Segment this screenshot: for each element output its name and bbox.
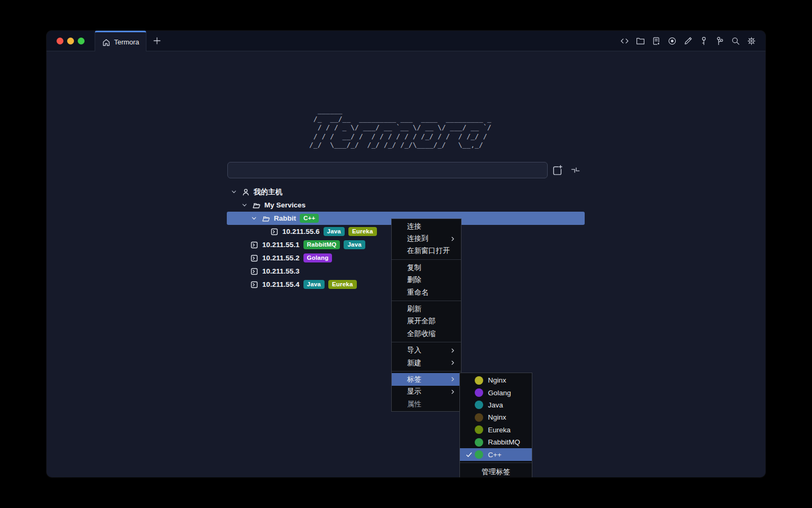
- menu-item-delete[interactable]: 删除: [392, 274, 461, 286]
- main-content: ______ /_ __/__ _________ ___ ____ _____…: [47, 51, 765, 477]
- menu-separator: [392, 371, 461, 371]
- menu-separator: [460, 462, 532, 463]
- menu-item-connect-to[interactable]: 连接到: [392, 232, 461, 244]
- event-log-button[interactable]: [651, 36, 661, 46]
- search-row: [47, 162, 765, 178]
- tag-item-eureka[interactable]: Eureka: [460, 424, 532, 436]
- tag-color-dot: [475, 388, 483, 397]
- tag-item-cpp[interactable]: C++: [460, 448, 532, 460]
- menu-separator: [392, 342, 461, 342]
- record-button[interactable]: [667, 36, 677, 46]
- chevron-right-icon: [449, 376, 456, 383]
- add-host-icon: [551, 164, 563, 176]
- record-icon: [667, 36, 677, 46]
- edit-icon: [683, 36, 693, 46]
- tree-label: 10.211.55.6: [282, 228, 320, 235]
- edit-button[interactable]: [683, 36, 693, 46]
- tag-item-rabbitmq[interactable]: RabbitMQ: [460, 436, 532, 448]
- tag-item-golang[interactable]: Golang: [460, 386, 532, 398]
- event-log-icon: [651, 36, 661, 46]
- menu-item-expand-all[interactable]: 展开全部: [392, 315, 461, 328]
- close-window-button[interactable]: [57, 38, 63, 44]
- tag-badge: Golang: [303, 253, 333, 263]
- chevron-down-icon[interactable]: [250, 214, 258, 222]
- tag-badge: C++: [300, 214, 319, 223]
- context-menu: 连接 连接到 在新窗口打开 复制 删除 重命名 刷新 展开全部 全部收缩 导入 …: [391, 219, 462, 412]
- toolbar: [620, 31, 765, 51]
- menu-item-collapse-all[interactable]: 全部收缩: [392, 328, 461, 340]
- chevron-down-icon[interactable]: [241, 201, 248, 209]
- folder-button[interactable]: [635, 36, 645, 46]
- tree-label: 10.211.55.2: [262, 254, 300, 262]
- menu-item-connect[interactable]: 连接: [392, 220, 461, 232]
- tag-color-dot: [475, 438, 483, 447]
- menu-separator: [392, 301, 461, 301]
- tag-color-dot: [475, 425, 483, 434]
- key-icon: [699, 36, 709, 46]
- menu-separator: [392, 259, 461, 260]
- tree-row-my-services[interactable]: My Services: [47, 198, 765, 212]
- menu-item-refresh[interactable]: 刷新: [392, 303, 461, 315]
- menu-item-tags[interactable]: 标签: [392, 373, 461, 385]
- minimize-window-button[interactable]: [67, 38, 74, 44]
- terminal-icon: [250, 267, 259, 276]
- tree-label: 10.211.55.4: [262, 280, 300, 288]
- collapse-all-button[interactable]: [570, 165, 581, 177]
- folder-icon: [635, 36, 645, 46]
- tab-termora[interactable]: Termora: [95, 31, 146, 51]
- tag-badge: Java: [324, 227, 345, 237]
- chevron-right-icon: [449, 347, 456, 354]
- folder-open-icon: [262, 214, 270, 223]
- folder-open-icon: [252, 201, 261, 210]
- chevron-right-icon: [449, 388, 456, 395]
- tab-title: Termora: [114, 38, 140, 46]
- tag-color-dot: [475, 376, 483, 385]
- tree-label: 我的主机: [254, 187, 282, 197]
- tag-item-java[interactable]: Java: [460, 399, 532, 411]
- terminal-icon: [250, 280, 259, 289]
- home-icon: [102, 38, 110, 46]
- tag-badge: Java: [344, 240, 365, 250]
- keychain-icon: [715, 36, 725, 46]
- termora-ascii-logo: ______ /_ __/__ _________ ___ ____ _____…: [309, 106, 495, 149]
- tag-color-dot: [475, 401, 483, 409]
- gear-icon: [746, 36, 756, 46]
- chevron-down-icon[interactable]: [230, 188, 238, 196]
- tag-item-nginx[interactable]: Nginx: [460, 374, 532, 386]
- tag-color-dot: [475, 413, 483, 422]
- code-icon: [620, 36, 630, 46]
- zoom-window-button[interactable]: [78, 38, 85, 44]
- tree-row-my-hosts[interactable]: 我的主机: [47, 185, 765, 198]
- tag-badge: RabbitMQ: [303, 240, 340, 250]
- search-button[interactable]: [731, 36, 741, 46]
- menu-item-new[interactable]: 新建: [392, 357, 461, 369]
- check-icon: [465, 451, 475, 459]
- tree-label: 10.211.55.1: [262, 241, 300, 249]
- key-button[interactable]: [699, 36, 709, 46]
- tag-item-nginx-2[interactable]: Nginx: [460, 411, 532, 423]
- menu-item-open-new-window[interactable]: 在新窗口打开: [392, 245, 461, 257]
- terminal-icon: [250, 254, 259, 262]
- tree-label: 10.211.55.3: [262, 267, 300, 275]
- code-button[interactable]: [620, 36, 630, 46]
- tree-label: My Services: [264, 201, 306, 209]
- tab-bar: Termora: [47, 31, 765, 51]
- keychain-button[interactable]: [715, 36, 725, 46]
- search-icon: [731, 36, 741, 46]
- new-tab-button[interactable]: [146, 31, 168, 51]
- add-host-button[interactable]: [551, 164, 563, 178]
- app-window: Termora: [47, 31, 765, 477]
- menu-item-manage-tags[interactable]: 管理标签: [460, 465, 532, 477]
- menu-item-properties[interactable]: 属性: [392, 398, 461, 410]
- chevron-right-icon: [449, 359, 456, 366]
- tag-color-dot: [475, 450, 483, 459]
- settings-button[interactable]: [746, 36, 756, 46]
- tag-badge: Eureka: [348, 227, 377, 237]
- menu-item-import[interactable]: 导入: [392, 344, 461, 357]
- menu-item-rename[interactable]: 重命名: [392, 286, 461, 298]
- traffic-lights: [47, 31, 95, 51]
- menu-item-copy[interactable]: 复制: [392, 261, 461, 274]
- menu-item-display[interactable]: 显示: [392, 386, 461, 398]
- plus-icon: [152, 35, 162, 46]
- host-search-input[interactable]: [227, 162, 548, 178]
